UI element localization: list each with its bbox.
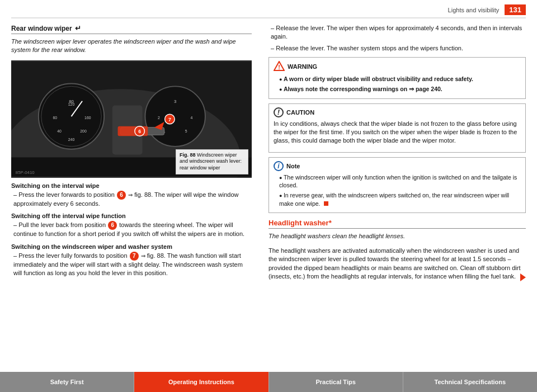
page-header: Lights and visibility 131 (11, 0, 526, 18)
svg-text:6: 6 (138, 129, 141, 134)
circle-6-2: 6 (108, 221, 117, 230)
headlight-washer-body: The headlight washers are activated auto… (268, 247, 526, 281)
caution-circle-icon: ! (274, 107, 284, 117)
headlight-washer-title: Headlight washer* (268, 219, 526, 229)
note-label: Note (286, 163, 300, 169)
note-header: i Note (274, 161, 521, 171)
svg-text:3: 3 (174, 98, 176, 103)
warning-box: ! WARNING A worn or dirty wiper blade wi… (268, 57, 526, 98)
svg-text:240: 240 (68, 138, 75, 141)
circle-6-1: 6 (117, 191, 126, 200)
figure-label: Fig. 88 (180, 152, 196, 158)
right-column: Release the lever. The wiper then wipes … (268, 24, 526, 365)
note-bullet-1: The windscreen wiper will only function … (274, 173, 521, 190)
subsection-washer-system: Switching on the windscreen wiper and wa… (11, 243, 252, 250)
intro-text: The windscreen wiper lever operates the … (11, 37, 252, 55)
svg-text:85P-0410: 85P-0410 (16, 170, 35, 175)
warning-header: ! WARNING (274, 61, 521, 72)
svg-text:4: 4 (191, 116, 193, 120)
note-bullet-2: In reverse gear, with the windscreen wip… (274, 191, 521, 207)
left-column: Rear window wiper ↵ The windscreen wiper… (11, 24, 257, 365)
bullet-cont-2: Release the lever. The washer system sto… (271, 44, 526, 53)
page-number: 131 (505, 4, 526, 15)
svg-text:!: ! (278, 64, 280, 70)
caution-box: ! CAUTION In icy conditions, always chec… (268, 103, 526, 153)
note-box: i Note The windscreen wiper will only fu… (268, 157, 526, 214)
svg-text:5: 5 (185, 129, 187, 133)
figure-caption: Fig. 88 Windscreen wiper and windscreen … (176, 149, 248, 174)
bullet-washer-system: Press the lever fully forwards to positi… (13, 252, 252, 278)
svg-text:2: 2 (158, 116, 160, 120)
svg-text:60: 60 (53, 116, 57, 120)
svg-text:7: 7 (168, 117, 171, 122)
header-title: Lights and visibility (448, 7, 500, 13)
footer-practical: Practical Tips (269, 372, 403, 392)
footer-operating: Operating Instructions (134, 372, 268, 392)
note-icon: i (274, 161, 284, 171)
warning-triangle-icon: ! (274, 61, 285, 72)
warning-bullet-1: A worn or dirty wiper blade will obstruc… (274, 75, 521, 83)
main-content: Rear window wiper ↵ The windscreen wiper… (0, 18, 537, 365)
red-square-marker (324, 201, 328, 206)
bullet-cont-1: Release the lever. The wiper then wipes … (271, 24, 526, 41)
section-title-text: Rear window wiper (11, 25, 72, 32)
warning-label: WARNING (288, 63, 317, 70)
caution-header: ! CAUTION (274, 107, 521, 117)
footer-technical: Technical Specifications (403, 372, 537, 392)
svg-text:120: 120 (68, 102, 75, 106)
svg-text:160: 160 (84, 116, 91, 120)
footer: Safety First Operating Instructions Prac… (0, 372, 537, 392)
bullet-interval-off: Pull the lever back from position 6 towa… (13, 221, 252, 238)
red-arrow-right (520, 273, 526, 281)
wiper-icon: ↵ (75, 24, 81, 32)
warning-bullet-2: Always note the corresponding warnings o… (274, 85, 521, 93)
footer-safety: Safety First (0, 372, 134, 392)
figure-image: 80 120 60 160 40 200 240 3 2 4 1 5 (11, 60, 252, 178)
warning-text-2: Always note the corresponding warnings o… (284, 86, 442, 92)
svg-point-12 (145, 86, 205, 147)
subsection-interval-wipe: Switching on the interval wipe (11, 182, 252, 189)
caution-label: CAUTION (286, 109, 314, 116)
headlight-washer-intro: The headlight washers clean the headligh… (268, 232, 526, 240)
subsection-interval-off: Switching off the interval wipe function (11, 212, 252, 219)
section-title-rear-wiper: Rear window wiper ↵ (11, 24, 252, 34)
caution-text: In icy conditions, always check that the… (274, 120, 521, 145)
bullet-interval-wipe: Press the lever forwards to position 6 ⇒… (13, 191, 252, 208)
circle-7: 7 (130, 252, 139, 261)
svg-text:40: 40 (57, 129, 62, 133)
warning-text-1: A worn or dirty wiper blade will obstruc… (284, 75, 473, 82)
svg-text:200: 200 (80, 129, 87, 133)
